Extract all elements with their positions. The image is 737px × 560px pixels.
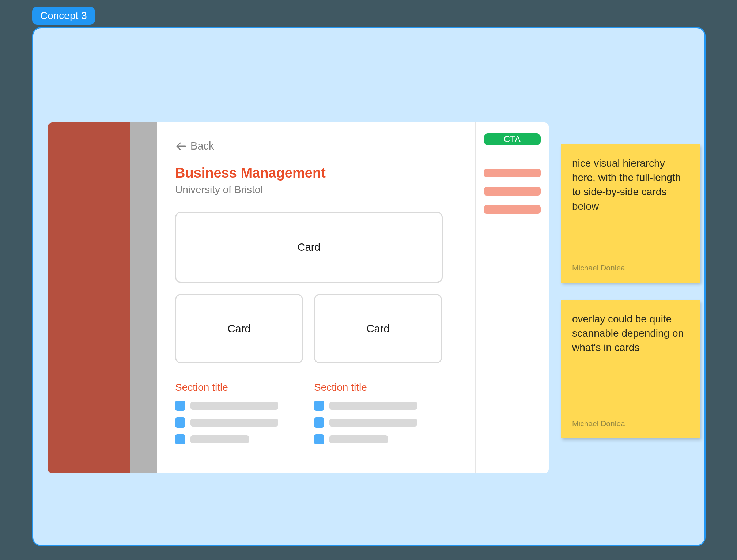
section-column-1: Section title bbox=[175, 382, 303, 451]
list-item[interactable] bbox=[175, 434, 303, 444]
sticky-note-author: Michael Donlea bbox=[572, 264, 689, 272]
placeholder-bar bbox=[190, 435, 249, 443]
section-column-2: Section title bbox=[314, 382, 442, 451]
sidebar-primary bbox=[48, 122, 130, 473]
bullet-icon bbox=[314, 417, 324, 428]
sticky-note[interactable]: nice visual hierarchy here, with the ful… bbox=[561, 144, 700, 283]
cta-button[interactable]: CTA bbox=[484, 133, 541, 145]
placeholder-bar bbox=[190, 419, 278, 427]
page-subtitle: University of Bristol bbox=[175, 184, 457, 196]
concept-badge: Concept 3 bbox=[32, 7, 95, 25]
placeholder-bar bbox=[329, 435, 388, 443]
card-label: Card bbox=[367, 323, 390, 335]
bullet-icon bbox=[175, 417, 185, 428]
arrow-left-icon bbox=[175, 140, 187, 152]
list-item[interactable] bbox=[314, 417, 442, 428]
card-full-width[interactable]: Card bbox=[175, 212, 443, 283]
section-title: Section title bbox=[175, 382, 303, 393]
bullet-icon bbox=[175, 401, 185, 411]
list-item[interactable] bbox=[175, 401, 303, 411]
mockup-container: Back Business Management University of B… bbox=[48, 122, 549, 473]
sidebar-secondary bbox=[130, 122, 157, 473]
bullet-icon bbox=[175, 434, 185, 444]
card-row: Card Card bbox=[175, 294, 457, 363]
placeholder-bar bbox=[329, 402, 417, 410]
bullet-icon bbox=[314, 401, 324, 411]
right-panel: CTA bbox=[476, 122, 549, 473]
sticky-note-text: overlay could be quite scannable dependi… bbox=[572, 312, 689, 355]
placeholder-bar bbox=[329, 419, 417, 427]
bullet-icon bbox=[314, 434, 324, 444]
card-half-2[interactable]: Card bbox=[314, 294, 442, 363]
placeholder-bar bbox=[484, 205, 541, 214]
list-item[interactable] bbox=[175, 417, 303, 428]
cta-label: CTA bbox=[504, 134, 521, 144]
placeholder-bar bbox=[484, 187, 541, 196]
sticky-note-author: Michael Donlea bbox=[572, 419, 689, 428]
placeholder-bar bbox=[190, 402, 278, 410]
list-item[interactable] bbox=[314, 434, 442, 444]
card-half-1[interactable]: Card bbox=[175, 294, 303, 363]
page-title: Business Management bbox=[175, 165, 457, 181]
sticky-note[interactable]: overlay could be quite scannable dependi… bbox=[561, 300, 700, 438]
concept-frame: Back Business Management University of B… bbox=[32, 27, 706, 546]
list-item[interactable] bbox=[314, 401, 442, 411]
back-button[interactable]: Back bbox=[175, 140, 457, 152]
card-label: Card bbox=[228, 323, 251, 335]
section-title: Section title bbox=[314, 382, 442, 393]
sections-row: Section title Secti bbox=[175, 382, 457, 451]
card-label: Card bbox=[298, 241, 321, 253]
placeholder-bar bbox=[484, 169, 541, 177]
back-label: Back bbox=[190, 140, 214, 152]
sticky-note-text: nice visual hierarchy here, with the ful… bbox=[572, 156, 689, 213]
main-content: Back Business Management University of B… bbox=[157, 122, 476, 473]
